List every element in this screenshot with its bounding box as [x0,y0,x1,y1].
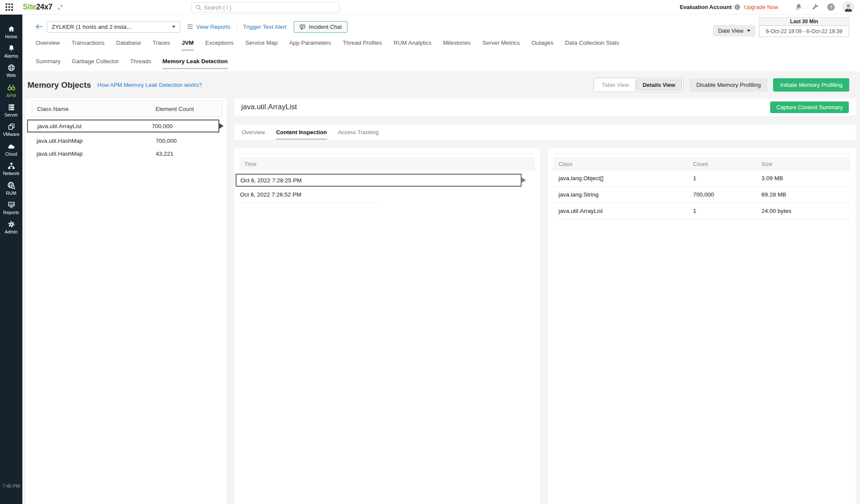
table-row[interactable]: java.util.ArrayList 700,000 [27,120,219,132]
cell-size: 24.00 bytes [762,208,851,214]
snapshot-time: Oct 6, 2022 7:28:25 PM [240,177,302,184]
sidebar-item-apm[interactable]: APM [0,83,22,98]
sidebar-item-network[interactable]: Network [0,162,22,176]
column-header-count: Count [693,161,762,167]
capture-content-summary-button[interactable]: Capture Content Summary [770,101,849,113]
search-input[interactable] [204,4,339,11]
snapshot-row[interactable]: Oct 6, 2022 7:28:25 PM [236,174,522,187]
initiate-memory-profiling-button[interactable]: Initiate Memory Profiling [773,78,849,92]
chevron-down-icon [747,30,750,32]
search-icon [195,4,202,11]
global-search [191,2,340,12]
cell-count: 1 [693,175,762,181]
content-table-header: Class Count Size [553,157,851,170]
sidebar-clock: 7:40 PM [0,483,22,489]
rum-globe-search-icon [7,181,15,190]
incident-chat-button[interactable]: Incident Chat [294,21,347,33]
person-icon [843,2,854,12]
sidebar-label: Web [0,73,22,78]
table-row[interactable]: java.util.ArrayList 1 24.00 bytes [553,203,851,219]
detail-title: java.util.ArrayList [241,103,297,111]
disable-memory-profiling-button[interactable]: Disable Memory Profiling [689,78,768,92]
table-row[interactable]: java.util.HashMap 700,000 [32,134,222,147]
upgrade-now-link[interactable]: Upgrade Now [744,4,779,10]
column-header-class: Class [553,161,693,167]
expand-icon[interactable] [57,4,63,10]
application-selector-value: ZYLKER (1 hosts and 2 insta... [52,24,131,30]
tab-service-map[interactable]: Service Map [245,39,278,49]
details-view-toggle[interactable]: Details View [636,80,682,90]
trigger-test-alert-link[interactable]: Trigger Test Alert [243,24,286,30]
snapshot-row[interactable]: Oct 6, 2022 7:26:52 PM [240,191,382,203]
binoculars-apm-icon [7,83,16,92]
tab-outages[interactable]: Outages [531,39,554,49]
tab-access-tracking[interactable]: Access Tracking [338,125,379,140]
sidebar-item-web[interactable]: Web [0,64,22,78]
sidebar-item-rum[interactable]: RUM [0,181,22,196]
date-view-label: Date View [718,28,743,34]
tab-rum-analytics[interactable]: RUM Analytics [393,39,432,49]
topbar-right: Evaluation Account i Upgrade Now ? [680,2,860,13]
tab-overview[interactable]: Overview [35,39,60,49]
tools-wrench-icon[interactable] [811,3,819,11]
table-row[interactable]: java.util.HashMap 43,221 [32,147,222,160]
divider [240,154,534,154]
sidebar-item-vmware[interactable]: VMware [0,123,22,137]
cell-count: 1 [693,208,762,214]
subtab-threads[interactable]: Threads [129,58,152,68]
notifications-muted-icon[interactable] [795,3,803,11]
subtab-summary[interactable]: Summary [35,58,61,68]
sidebar-item-admin[interactable]: Admin [0,220,22,234]
tab-traces[interactable]: Traces [152,39,171,49]
row-element-count: 700,000 [156,138,222,144]
sidebar-item-server[interactable]: Server [0,103,22,117]
tab-content-inspection[interactable]: Content Inspection [276,125,327,140]
tab-database[interactable]: Database [116,39,141,49]
user-avatar[interactable] [843,2,854,13]
tab-app-parameters[interactable]: App Parameters [289,39,332,49]
help-icon[interactable]: ? [827,3,835,11]
view-toggle: Table View Details View [593,78,684,92]
cell-count: 700,000 [693,191,762,198]
sidebar-item-alarms[interactable]: Alarms [0,44,22,58]
info-icon[interactable]: i [734,4,740,10]
jvm-subnav-tabs: Summary Garbage Collector Threads Memory… [22,52,860,71]
tab-detail-overview[interactable]: Overview [241,125,265,140]
page-title: Memory Objects [28,80,91,90]
table-row[interactable]: java.lang.Object[] 1 3.09 MB [553,170,851,187]
snapshot-time: Oct 6, 2022 7:26:52 PM [240,191,301,198]
time-range-picker[interactable]: 6-Oct-22 19:09 - 6-Oct-22 19:39 [759,25,849,37]
help-link[interactable]: How APM Memory Leak Detection works? [98,82,202,88]
sidebar-label: VMware [0,132,22,137]
back-arrow-icon[interactable] [35,23,43,30]
tab-server-metrics[interactable]: Server Metrics [482,39,520,49]
sidebar-label: Admin [0,229,22,234]
menu-icon [187,24,193,29]
detail-panel: java.util.ArrayList Capture Content Summ… [234,98,856,504]
gear-icon [7,220,15,228]
time-range-preset: Last 30 Min [759,17,849,25]
tab-transactions[interactable]: Transactions [71,39,105,49]
table-view-toggle[interactable]: Table View [595,80,636,90]
tab-jvm[interactable]: JVM [181,39,194,51]
date-view-button[interactable]: Date View [713,25,756,37]
site24x7-logo[interactable]: Site24x7 [23,3,52,12]
bell-icon [7,44,15,52]
tab-thread-profiles[interactable]: Thread Profiles [342,39,383,49]
sidebar-item-reports[interactable]: Reports [0,201,22,215]
sidebar-label: RUM [0,191,22,196]
sidebar-item-cloud[interactable]: Cloud [0,142,22,157]
tab-exceptions[interactable]: Exceptions [205,39,234,49]
subtab-memory-leak-detection[interactable]: Memory Leak Detection [162,58,228,69]
tab-data-collection-stats[interactable]: Data Collection Stats [565,39,620,49]
vmware-layers-icon [7,123,15,131]
view-reports-link[interactable]: View Reports [187,24,230,30]
tab-milestones[interactable]: Milestones [442,39,471,49]
cloud-icon [7,142,15,151]
subtab-garbage-collector[interactable]: Garbage Collector [71,58,120,68]
sidebar-item-home[interactable]: Home [0,25,22,39]
chevron-down-icon [172,26,175,28]
application-selector[interactable]: ZYLKER (1 hosts and 2 insta... [47,21,180,33]
table-row[interactable]: java.lang.String 700,000 69.28 MB [553,187,851,203]
app-grid-icon[interactable] [6,3,13,11]
